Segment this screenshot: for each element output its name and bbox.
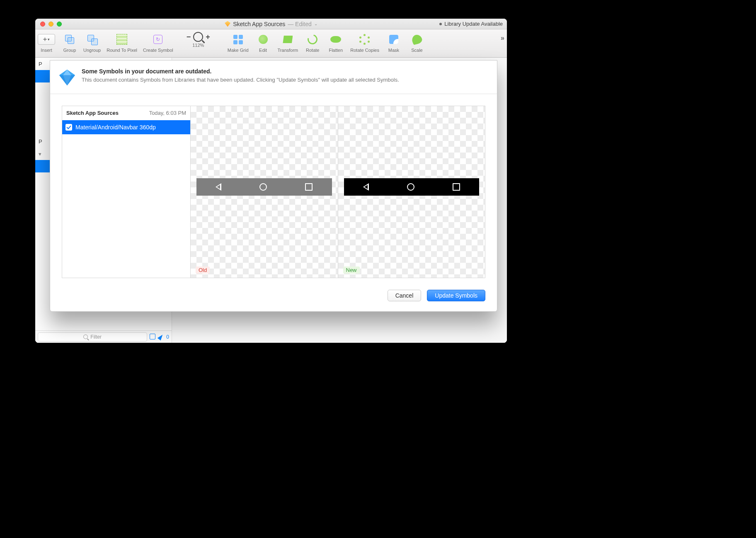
filter-placeholder: Filter	[90, 334, 102, 340]
new-badge: New	[343, 267, 360, 274]
titlebar: Sketch App Sources — Edited ⌄ Library Up…	[35, 19, 507, 29]
checkbox-checked-icon[interactable]	[65, 124, 72, 131]
flatten-tool[interactable]: Flatten	[327, 32, 344, 53]
flatten-label: Flatten	[329, 48, 343, 53]
sketch-window: Sketch App Sources — Edited ⌄ Library Up…	[35, 19, 507, 343]
ungroup-icon	[87, 35, 97, 44]
scale-icon	[411, 34, 423, 45]
android-navbar-old	[196, 178, 332, 196]
symbol-name: Material/Android/Navbar 360dp	[75, 124, 156, 131]
recents-icon	[453, 183, 460, 191]
rotate-label: Rotate	[306, 48, 319, 53]
library-update-indicator[interactable]: Library Update Available	[439, 21, 503, 27]
dialog-footer: Cancel Update Symbols	[50, 290, 497, 311]
insert-tool[interactable]: +▾ Insert	[38, 32, 55, 53]
rotate-icon	[306, 33, 320, 46]
magnifier-icon	[193, 32, 203, 42]
dialog-header: Some Symbols in your document are outdat…	[50, 61, 497, 94]
scale-tool[interactable]: Scale	[408, 32, 426, 53]
plus-icon: +	[43, 35, 47, 44]
search-icon	[83, 334, 88, 339]
update-symbols-button[interactable]: Update Symbols	[427, 290, 485, 301]
scale-label: Scale	[411, 48, 423, 53]
round-to-pixel-tool[interactable]: Round To Pixel	[107, 32, 137, 53]
ungroup-tool[interactable]: Ungroup	[83, 32, 101, 53]
back-icon	[363, 183, 369, 191]
pen-icon[interactable]	[158, 333, 164, 340]
zoom-control[interactable]: − + 112%	[187, 32, 210, 48]
create-symbol-label: Create Symbol	[143, 48, 173, 53]
edit-icon	[259, 35, 268, 44]
filter-count: 0	[166, 334, 169, 340]
zoom-in-button[interactable]: +	[206, 33, 210, 41]
group-icon	[65, 35, 74, 44]
chevron-down-icon: ▾	[39, 151, 41, 157]
document-state: — Edited	[288, 21, 312, 27]
document-name: Sketch App Sources	[233, 21, 285, 27]
library-timestamp: Today, 6:03 PM	[149, 110, 186, 116]
make-grid-label: Make Grid	[228, 48, 249, 53]
symbol-list: Sketch App Sources Today, 6:03 PM Materi…	[62, 106, 191, 278]
copies-icon[interactable]	[150, 334, 155, 339]
chevron-down-icon: ▾	[48, 37, 50, 41]
filter-input[interactable]: Filter	[38, 332, 147, 342]
title-dropdown-chevron-icon[interactable]: ⌄	[314, 22, 317, 26]
rotate-copies-tool[interactable]: Rotate Copies	[350, 32, 379, 53]
flatten-icon	[330, 36, 341, 43]
group-tool[interactable]: Group	[61, 32, 78, 53]
rotate-tool[interactable]: Rotate	[304, 32, 321, 53]
preview-old: Old	[191, 106, 338, 278]
round-to-pixel-label: Round To Pixel	[107, 48, 137, 53]
svg-marker-2	[59, 75, 75, 85]
library-update-dot-icon	[439, 23, 442, 25]
library-update-label: Library Update Available	[444, 21, 503, 27]
edit-label: Edit	[259, 48, 267, 53]
make-grid-icon	[233, 35, 243, 44]
window-title: Sketch App Sources — Edited ⌄	[35, 21, 507, 27]
toolbar: +▾ Insert Group Ungroup Round To Pixel ↻…	[35, 29, 507, 58]
ungroup-label: Ungroup	[83, 48, 101, 53]
make-grid-tool[interactable]: Make Grid	[228, 32, 249, 53]
mask-icon	[389, 35, 398, 44]
transform-tool[interactable]: Transform	[278, 32, 298, 53]
sketch-document-icon	[225, 21, 230, 27]
compare-panel: Sketch App Sources Today, 6:03 PM Materi…	[62, 106, 485, 278]
rotate-copies-icon	[359, 34, 370, 45]
insert-label: Insert	[41, 48, 52, 53]
mask-tool[interactable]: Mask	[385, 32, 402, 53]
zoom-level: 112%	[192, 43, 204, 48]
dialog-title: Some Symbols in your document are outdat…	[82, 68, 399, 75]
rotate-copies-label: Rotate Copies	[350, 48, 379, 53]
group-label: Group	[63, 48, 76, 53]
toolbar-overflow-button[interactable]: »	[501, 34, 504, 42]
cancel-button[interactable]: Cancel	[388, 290, 422, 301]
transform-icon	[283, 36, 293, 43]
library-group-header: Sketch App Sources Today, 6:03 PM	[62, 106, 190, 120]
mask-label: Mask	[388, 48, 399, 53]
dialog-body: Sketch App Sources Today, 6:03 PM Materi…	[50, 94, 497, 290]
filter-bar: Filter 0	[35, 330, 172, 343]
recents-icon	[305, 183, 313, 191]
dialog-description: This document contains Symbols from Libr…	[82, 76, 399, 84]
old-badge: Old	[196, 267, 210, 274]
zoom-out-button[interactable]: −	[187, 33, 191, 41]
home-icon	[407, 183, 414, 191]
android-navbar-new	[344, 178, 480, 196]
update-symbols-dialog: Some Symbols in your document are outdat…	[50, 60, 497, 312]
home-icon	[259, 183, 267, 191]
symbol-list-item[interactable]: Material/Android/Navbar 360dp	[62, 120, 190, 134]
transform-label: Transform	[278, 48, 298, 53]
sketch-diamond-icon	[58, 68, 77, 87]
library-name: Sketch App Sources	[66, 110, 119, 116]
back-icon	[216, 183, 221, 191]
preview-new: New	[338, 106, 485, 278]
edit-tool[interactable]: Edit	[254, 32, 272, 53]
round-to-pixel-icon	[116, 34, 127, 45]
create-symbol-tool[interactable]: ↻ Create Symbol	[143, 32, 173, 53]
create-symbol-icon: ↻	[153, 35, 162, 44]
